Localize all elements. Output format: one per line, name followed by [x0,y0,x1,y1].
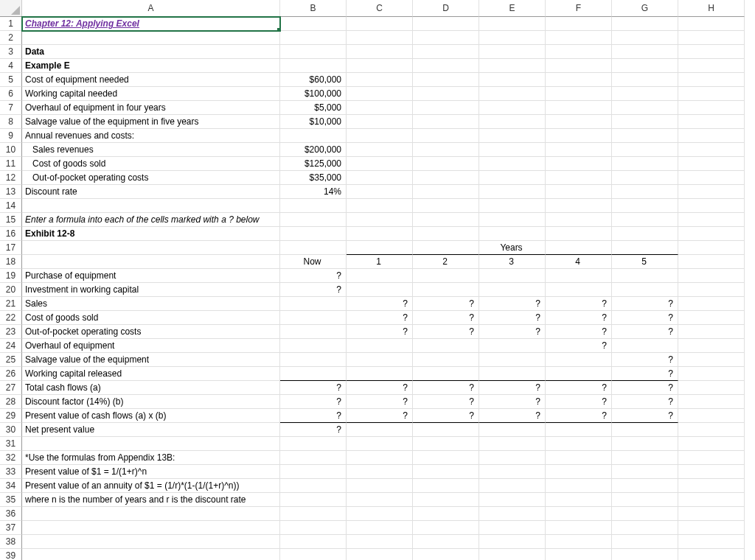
cell-C31[interactable] [347,437,413,451]
cell-H10[interactable] [678,143,745,157]
cell-G29[interactable]: ? [612,409,678,423]
cell-H28[interactable] [678,395,745,409]
cell-G32[interactable] [612,451,678,465]
cell-C9[interactable] [347,129,413,143]
cell-G1[interactable] [612,17,678,31]
row-header-6[interactable]: 6 [0,87,22,101]
cell-B21[interactable] [280,297,347,311]
cell-F24[interactable]: ? [546,339,612,353]
cell-F20[interactable] [546,283,612,297]
cell-D25[interactable] [413,353,479,367]
cell-B29[interactable]: ? [280,409,347,423]
cell-E12[interactable] [479,171,546,185]
cell-B16[interactable] [280,227,347,241]
cell-A33[interactable]: Present value of $1 = 1/(1+r)^n [22,465,280,479]
cell-H31[interactable] [678,437,745,451]
cell-G26[interactable]: ? [612,367,678,381]
cell-H21[interactable] [678,297,745,311]
col-header-B[interactable]: B [280,0,347,17]
cell-H7[interactable] [678,101,745,115]
cell-H20[interactable] [678,283,745,297]
row-header-31[interactable]: 31 [0,437,22,451]
cell-H22[interactable] [678,311,745,325]
cell-B39[interactable] [280,549,347,560]
cell-A24[interactable]: Overhaul of equipment [22,339,280,353]
cell-B15[interactable] [280,213,347,227]
cell-D7[interactable] [413,101,479,115]
row-header-26[interactable]: 26 [0,367,22,381]
cell-H18[interactable] [678,255,745,269]
cell-F33[interactable] [546,465,612,479]
cell-E38[interactable] [479,535,546,549]
cell-C2[interactable] [347,31,413,45]
cell-C33[interactable] [347,465,413,479]
row-header-19[interactable]: 19 [0,269,22,283]
cell-G34[interactable] [612,479,678,493]
cell-E25[interactable] [479,353,546,367]
cell-E20[interactable] [479,283,546,297]
cell-B35[interactable] [280,493,347,507]
row-header-4[interactable]: 4 [0,59,22,73]
cell-D17[interactable] [413,241,479,255]
cell-B26[interactable] [280,367,347,381]
cell-E4[interactable] [479,59,546,73]
cell-A31[interactable] [22,437,280,451]
row-header-20[interactable]: 20 [0,283,22,297]
cell-H6[interactable] [678,87,745,101]
col-header-E[interactable]: E [479,0,546,17]
cell-F11[interactable] [546,157,612,171]
cell-D8[interactable] [413,115,479,129]
cell-A11[interactable]: Cost of goods sold [22,157,280,171]
cell-A34[interactable]: Present value of an annuity of $1 = (1/r… [22,479,280,493]
cell-B38[interactable] [280,535,347,549]
cell-D14[interactable] [413,199,479,213]
cell-C27[interactable]: ? [347,381,413,395]
cell-D28[interactable]: ? [413,395,479,409]
cell-A32[interactable]: *Use the formulas from Appendix 13B: [22,451,280,465]
cell-G14[interactable] [612,199,678,213]
cell-F26[interactable] [546,367,612,381]
cell-A16[interactable]: Exhibit 12-8 [22,227,280,241]
cell-C29[interactable]: ? [347,409,413,423]
cell-C16[interactable] [347,227,413,241]
cell-D19[interactable] [413,269,479,283]
cell-E5[interactable] [479,73,546,87]
cell-B27[interactable]: ? [280,381,347,395]
row-header-7[interactable]: 7 [0,101,22,115]
cell-E17[interactable]: Years [479,241,546,255]
cell-H19[interactable] [678,269,745,283]
cell-B7[interactable]: $5,000 [280,101,347,115]
cell-C23[interactable]: ? [347,325,413,339]
cell-E8[interactable] [479,115,546,129]
cell-E9[interactable] [479,129,546,143]
spreadsheet-grid[interactable]: ABCDEFGH1Chapter 12: Applying Excel23Dat… [0,0,755,560]
cell-G7[interactable] [612,101,678,115]
cell-A19[interactable]: Purchase of equipment [22,269,280,283]
cell-H38[interactable] [678,535,745,549]
cell-G13[interactable] [612,185,678,199]
cell-H16[interactable] [678,227,745,241]
cell-B24[interactable] [280,339,347,353]
cell-D6[interactable] [413,87,479,101]
cell-F28[interactable]: ? [546,395,612,409]
cell-A9[interactable]: Annual revenues and costs: [22,129,280,143]
cell-E3[interactable] [479,45,546,59]
cell-A39[interactable] [22,549,280,560]
cell-B32[interactable] [280,451,347,465]
cell-G23[interactable]: ? [612,325,678,339]
cell-C30[interactable] [347,423,413,437]
cell-F10[interactable] [546,143,612,157]
cell-G5[interactable] [612,73,678,87]
cell-F34[interactable] [546,479,612,493]
cell-D38[interactable] [413,535,479,549]
row-header-37[interactable]: 37 [0,521,22,535]
cell-D2[interactable] [413,31,479,45]
cell-B4[interactable] [280,59,347,73]
cell-A13[interactable]: Discount rate [22,185,280,199]
cell-H9[interactable] [678,129,745,143]
cell-H11[interactable] [678,157,745,171]
cell-H39[interactable] [678,549,745,560]
cell-C36[interactable] [347,507,413,521]
cell-A15[interactable]: Enter a formula into each of the cells m… [22,213,280,227]
cell-D32[interactable] [413,451,479,465]
